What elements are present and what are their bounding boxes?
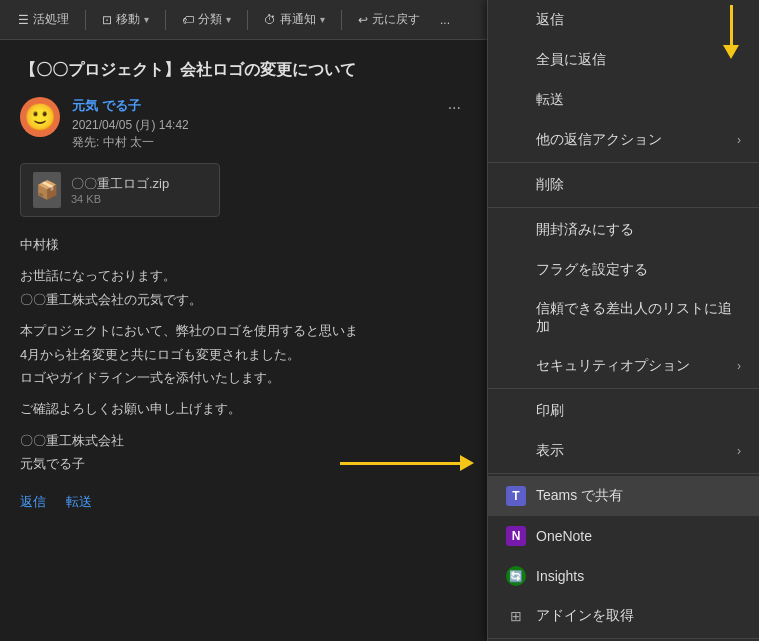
mark-read-icon (506, 220, 526, 240)
menu-other-reply-label: 他の返信アクション (536, 131, 662, 149)
menu-item-mark-read[interactable]: 開封済みにする (488, 210, 759, 250)
menu-delete-label: 削除 (536, 176, 564, 194)
menu-mark-read-label: 開封済みにする (536, 221, 634, 239)
menu-item-security[interactable]: セキュリティオプション › (488, 346, 759, 386)
menu-item-reply[interactable]: 返信 (488, 0, 759, 40)
toolbar-more-btn[interactable]: ... (432, 9, 458, 31)
forward-link[interactable]: 転送 (66, 494, 92, 509)
menu-item-other-reply[interactable]: 他の返信アクション › (488, 120, 759, 160)
avatar: 🙂 (20, 97, 60, 137)
menu-item-set-flag[interactable]: フラグを設定する (488, 250, 759, 290)
body-main: 本プロジェクトにおいて、弊社のロゴを使用すると思いま4月から社名変更と共にロゴも… (20, 319, 467, 389)
body-salutation: 中村様 (20, 233, 467, 256)
toolbar-separator-1 (85, 10, 86, 30)
menu-item-view[interactable]: 表示 › (488, 431, 759, 471)
renotify-dropdown-icon: ▾ (320, 14, 325, 25)
security-chevron: › (737, 359, 741, 373)
trusted-sender-icon (506, 308, 526, 328)
toolbar-separator-4 (341, 10, 342, 30)
email-more-button[interactable]: ··· (442, 97, 467, 119)
category-dropdown-icon: ▾ (226, 14, 231, 25)
insights-icon: 🔄 (506, 566, 526, 586)
category-icon: 🏷 (182, 13, 194, 27)
menu-divider-3 (488, 388, 759, 389)
menu-view-label: 表示 (536, 442, 564, 460)
menu-divider-4 (488, 473, 759, 474)
menu-addin-label: アドインを取得 (536, 607, 634, 625)
delete-icon (506, 175, 526, 195)
menu-security-label: セキュリティオプション (536, 357, 690, 375)
menu-onenote-label: OneNote (536, 528, 592, 544)
toolbar-category-btn[interactable]: 🏷 分類 ▾ (174, 7, 239, 32)
menu-divider-2 (488, 207, 759, 208)
view-chevron: › (737, 444, 741, 458)
top-arrow-indicator (723, 5, 739, 59)
sender-date: 2021/04/05 (月) 14:42 (72, 117, 430, 134)
menu-reply-label: 返信 (536, 11, 564, 29)
sender-to: 発先: 中村 太一 (72, 134, 430, 151)
toolbar-separator-3 (247, 10, 248, 30)
toolbar-separator-2 (165, 10, 166, 30)
attachment-filename: 〇〇重工ロゴ.zip (71, 175, 169, 193)
renotify-icon: ⏱ (264, 13, 276, 27)
toolbar-undo-btn[interactable]: ↩ 元に戻す (350, 7, 428, 32)
sender-info: 元気 でる子 2021/04/05 (月) 14:42 発先: 中村 太一 (72, 97, 430, 151)
toolbar-katsu-btn[interactable]: ☰ 活処理 (10, 7, 77, 32)
forward-icon (506, 90, 526, 110)
reply-all-icon (506, 50, 526, 70)
menu-item-print[interactable]: 印刷 (488, 391, 759, 431)
toolbar-renotify-btn[interactable]: ⏱ 再通知 ▾ (256, 7, 333, 32)
other-reply-icon (506, 130, 526, 150)
undo-icon: ↩ (358, 13, 368, 27)
teams-icon: T (506, 486, 526, 506)
flag-icon (506, 260, 526, 280)
attachment[interactable]: 📦 〇〇重工ロゴ.zip 34 KB (20, 163, 220, 217)
other-reply-chevron: › (737, 133, 741, 147)
email-header: 🙂 元気 でる子 2021/04/05 (月) 14:42 発先: 中村 太一 … (20, 97, 467, 151)
menu-item-onenote[interactable]: N OneNote (488, 516, 759, 556)
menu-item-addin[interactable]: ⊞ アドインを取得 (488, 596, 759, 636)
menu-divider-5 (488, 638, 759, 639)
menu-flag-label: フラグを設定する (536, 261, 648, 279)
email-body: 中村様 お世話になっております。〇〇重工株式会社の元気です。 本プロジェクトにお… (20, 233, 467, 476)
attachment-filesize: 34 KB (71, 193, 169, 205)
body-greeting: お世話になっております。〇〇重工株式会社の元気です。 (20, 264, 467, 311)
menu-divider-1 (488, 162, 759, 163)
menu-print-label: 印刷 (536, 402, 564, 420)
onenote-icon: N (506, 526, 526, 546)
menu-item-insights[interactable]: 🔄 Insights (488, 556, 759, 596)
attachment-icon: 📦 (33, 172, 61, 208)
menu-item-delete[interactable]: 削除 (488, 165, 759, 205)
toolbar-move-btn[interactable]: ⊡ 移動 ▾ (94, 7, 157, 32)
move-icon: ⊡ (102, 13, 112, 27)
attachment-info: 〇〇重工ロゴ.zip 34 KB (71, 175, 169, 205)
reply-link[interactable]: 返信 (20, 494, 46, 509)
context-menu: 返信 全員に返信 転送 他の返信アクション › 削除 開封済 (487, 0, 759, 641)
menu-forward-label: 転送 (536, 91, 564, 109)
view-icon (506, 441, 526, 461)
menu-item-teams[interactable]: T Teams で共有 (488, 476, 759, 516)
reply-icon (506, 10, 526, 30)
menu-item-reply-all[interactable]: 全員に返信 (488, 40, 759, 80)
menu-trusted-sender-label: 信頼できる差出人のリストに追加 (536, 300, 741, 336)
addin-icon: ⊞ (506, 606, 526, 626)
email-area: 【〇〇プロジェクト】会社ロゴの変更について 🙂 元気 でる子 2021/04/0… (0, 40, 487, 641)
menu-item-forward[interactable]: 転送 (488, 80, 759, 120)
email-subject: 【〇〇プロジェクト】会社ロゴの変更について (20, 60, 467, 81)
sender-name: 元気 でる子 (72, 97, 430, 115)
print-icon (506, 401, 526, 421)
email-footer: 返信 転送 (20, 492, 467, 511)
security-icon (506, 356, 526, 376)
move-dropdown-icon: ▾ (144, 14, 149, 25)
yellow-arrow-indicator (340, 455, 474, 471)
menu-reply-all-label: 全員に返信 (536, 51, 606, 69)
menu-teams-label: Teams で共有 (536, 487, 623, 505)
body-closing: ご確認よろしくお願い申し上げます。 (20, 397, 467, 420)
menu-item-trusted-sender[interactable]: 信頼できる差出人のリストに追加 (488, 290, 759, 346)
menu-insights-label: Insights (536, 568, 584, 584)
katsu-icon: ☰ (18, 13, 29, 27)
